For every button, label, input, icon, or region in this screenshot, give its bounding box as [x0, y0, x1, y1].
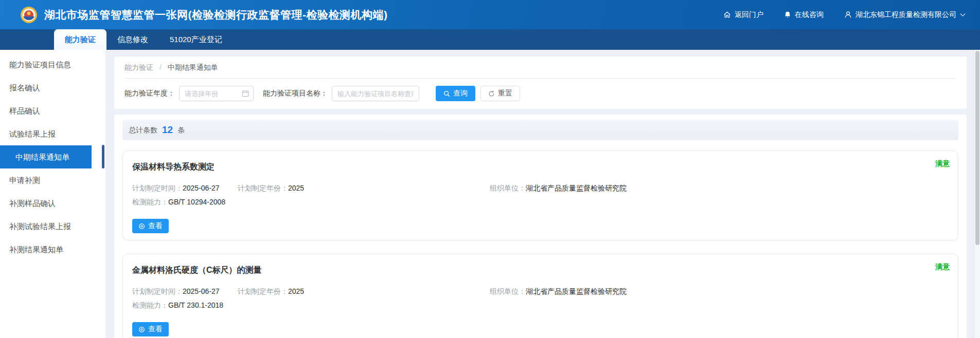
summary-bar: 总计条数 12 条 [122, 120, 958, 140]
app-title: 湖北市场监管智慧监管一张网(检验检测行政监督管理-检验检测机构端) [44, 8, 387, 22]
content-area: 能力验证 / 中期结果通知单 能力验证年度： [105, 50, 980, 338]
account-menu[interactable]: 湖北东锦工程质量检测有限公司 [844, 10, 966, 20]
return-portal-link[interactable]: 返回门户 [723, 10, 763, 20]
home-icon [723, 11, 731, 18]
module-tabbar: 能力验证 信息修改 51020产业登记 [0, 29, 980, 50]
sidebar-scrollbar-thumb[interactable] [102, 145, 104, 168]
capability-field: 检测能力：GB/T 10294-2008 [132, 198, 949, 207]
eye-icon [138, 223, 145, 230]
emblem-logo-icon [20, 6, 38, 24]
vertical-scrollbar-thumb[interactable] [975, 51, 979, 245]
app-window: 湖北市场监管智慧监管一张网(检验检测行政监督管理-检验检测机构端) 返回门户 在… [0, 0, 980, 338]
view-button[interactable]: 查看 [132, 219, 169, 233]
sidebar-item-apply-retest[interactable]: 申请补测 [0, 168, 105, 192]
header-nav: 返回门户 在线咨询 湖北东锦工程质量检测有限公司 [723, 10, 966, 20]
company-name: 湖北东锦工程质量检测有限公司 [856, 10, 956, 20]
org-field: 组织单位：湖北省产品质量监督检验研究院 [490, 287, 949, 296]
plan-year-label: 计划制定年份： [238, 287, 288, 295]
bell-icon [784, 11, 791, 18]
sidebar-item-signup-confirm[interactable]: 报名确认 [0, 76, 105, 99]
plan-time-label: 计划制定时间： [132, 287, 183, 295]
reset-button[interactable]: 重置 [480, 86, 520, 101]
view-button[interactable]: 查看 [132, 322, 169, 336]
plan-year-field: 计划制定年份：2025 [238, 184, 490, 193]
project-title: 金属材料洛氏硬度（C标尺）的测量 [132, 265, 949, 276]
card-fields-row: 计划制定时间：2025-06-27 计划制定年份：2025 组织单位：湖北省产品… [132, 184, 949, 193]
view-button-label: 查看 [148, 325, 163, 334]
refresh-icon [488, 90, 495, 97]
plan-time-field: 计划制定时间：2025-06-27 [132, 287, 238, 296]
sidebar-item-retest-notice[interactable]: 补测结果通知单 [0, 238, 105, 261]
top-header: 湖北市场监管智慧监管一张网(检验检测行政监督管理-检验检测机构端) 返回门户 在… [0, 0, 980, 29]
plan-time-value: 2025-06-27 [183, 184, 220, 192]
calendar-icon [242, 90, 249, 97]
card-fields-row: 计划制定时间：2025-06-27 计划制定年份：2025 组织单位：湖北省产品… [132, 287, 949, 296]
project-name-input[interactable] [332, 86, 419, 101]
org-field: 组织单位：湖北省产品质量监督检验研究院 [490, 184, 949, 193]
plan-year-field: 计划制定年份：2025 [238, 287, 490, 296]
summary-label: 总计条数 [129, 120, 157, 140]
filter-panel: 能力验证 / 中期结果通知单 能力验证年度： [114, 57, 967, 109]
user-icon [844, 11, 852, 18]
status-badge: 满意 [935, 262, 950, 272]
capability-label: 检测能力： [132, 301, 168, 309]
result-card: 金属材料洛氏硬度（C标尺）的测量 满意 计划制定时间：2025-06-27 计划… [122, 254, 958, 338]
sidebar-item-retest-sample-confirm[interactable]: 补测样品确认 [0, 192, 105, 215]
breadcrumb-separator: / [159, 63, 162, 71]
breadcrumb-current: 中期结果通知单 [168, 63, 218, 71]
eye-icon [138, 326, 145, 333]
result-card: 保温材料导热系数测定 满意 计划制定时间：2025-06-27 计划制定年份：2… [122, 151, 958, 240]
capability-field: 检测能力：GB/T 230.1-2018 [132, 301, 949, 310]
sidebar-item-test-result-report[interactable]: 试验结果上报 [0, 122, 105, 145]
year-field-label: 能力验证年度： [124, 89, 175, 98]
plan-year-value: 2025 [288, 184, 304, 192]
plan-time-field: 计划制定时间：2025-06-27 [132, 184, 238, 193]
main-area: 能力验证项目信息 报名确认 样品确认 试验结果上报 中期结果通知单 申请补测 补… [0, 50, 980, 338]
org-label: 组织单位： [490, 184, 526, 192]
results-panel: 总计条数 12 条 保温材料导热系数测定 满意 计划制定时间：2025-06-2… [114, 115, 967, 338]
view-button-label: 查看 [148, 221, 163, 231]
sidebar-item-retest-result-report[interactable]: 补测试验结果上报 [0, 215, 105, 238]
plan-year-value: 2025 [288, 287, 304, 295]
year-field-wrap [179, 86, 254, 101]
org-value: 湖北省产品质量监督检验研究院 [526, 184, 627, 192]
plan-time-value: 2025-06-27 [183, 287, 220, 295]
project-title: 保温材料导热系数测定 [132, 162, 949, 173]
vertical-scrollbar[interactable] [974, 50, 980, 338]
tab-capability-verification[interactable]: 能力验证 [54, 29, 106, 50]
breadcrumb-parent[interactable]: 能力验证 [124, 63, 153, 71]
capability-value: GB/T 230.1-2018 [168, 301, 223, 309]
breadcrumb-divider [124, 78, 956, 79]
plan-time-label: 计划制定时间： [132, 184, 183, 192]
search-icon [443, 90, 450, 97]
tab-51020-registration[interactable]: 51020产业登记 [159, 29, 233, 50]
return-portal-label: 返回门户 [735, 10, 763, 20]
sidebar-item-midterm-notice[interactable]: 中期结果通知单 [0, 145, 92, 168]
plan-year-label: 计划制定年份： [238, 184, 288, 192]
online-consult-label: 在线咨询 [795, 10, 824, 20]
online-consult-link[interactable]: 在线咨询 [784, 10, 824, 20]
status-badge: 满意 [935, 159, 950, 168]
capability-label: 检测能力： [132, 198, 168, 206]
project-name-field-wrap [332, 86, 419, 101]
sidebar-item-sample-confirm[interactable]: 样品确认 [0, 99, 105, 122]
summary-unit: 条 [177, 120, 185, 140]
tab-info-modify[interactable]: 信息修改 [106, 29, 159, 50]
query-button[interactable]: 查询 [436, 86, 475, 101]
project-name-field-label: 能力验证项目名称： [263, 89, 328, 98]
reset-button-label: 重置 [498, 89, 512, 98]
breadcrumb: 能力验证 / 中期结果通知单 [124, 63, 956, 72]
query-button-label: 查询 [453, 89, 468, 98]
summary-count: 12 [162, 120, 173, 140]
chevron-down-icon [960, 13, 966, 17]
org-value: 湖北省产品质量监督检验研究院 [526, 287, 627, 295]
org-label: 组织单位： [490, 287, 526, 295]
sidebar-item-project-info[interactable]: 能力验证项目信息 [0, 53, 105, 76]
capability-value: GB/T 10294-2008 [168, 198, 225, 206]
search-form: 能力验证年度： 能力验证项目名称： [124, 86, 956, 101]
sidebar: 能力验证项目信息 报名确认 样品确认 试验结果上报 中期结果通知单 申请补测 补… [0, 50, 105, 338]
